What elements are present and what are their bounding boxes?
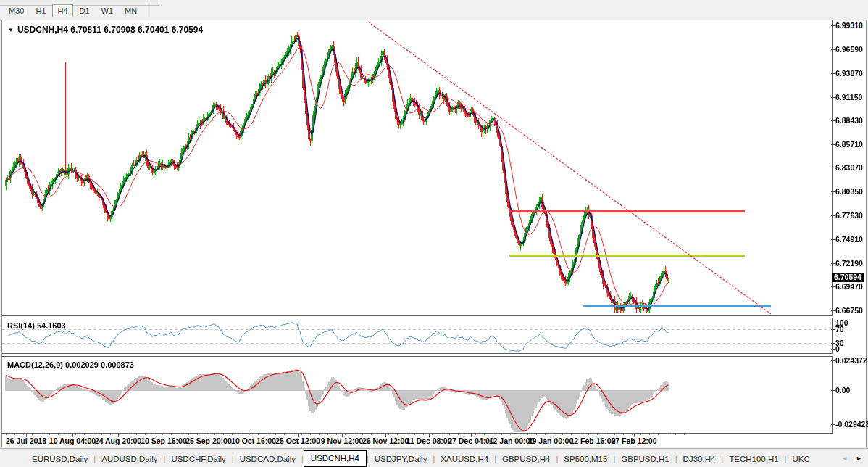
time-minor-tick	[371, 434, 372, 435]
time-major-tick	[118, 434, 119, 437]
macd-label: MACD(12,26,9) 0.002029 0.000873	[7, 360, 134, 369]
time-minor-tick	[414, 434, 415, 435]
time-minor-tick	[475, 434, 476, 435]
time-minor-tick	[449, 434, 450, 435]
timeframe-button-mn[interactable]: MN	[120, 4, 142, 17]
time-minor-tick	[188, 434, 189, 435]
price-chart-panel[interactable]	[2, 20, 833, 316]
tab-audusd-daily[interactable]: AUDUSD,Daily	[96, 452, 163, 467]
time-minor-tick	[319, 434, 320, 435]
time-minor-tick	[640, 434, 641, 435]
timeframe-button-w1[interactable]: W1	[96, 4, 119, 17]
time-minor-tick	[597, 434, 598, 435]
toolbar-separator	[149, 4, 149, 18]
price-axis-label: 6.99310	[835, 21, 868, 30]
tab-eurusd-daily[interactable]: EURUSD,Daily	[26, 452, 93, 467]
chart-ohlc-title: ▼ USDCNH,H4 6.70811 6.70908 6.70401 6.70…	[8, 25, 203, 35]
tab-tech100-h1[interactable]: TECH100,H1	[723, 452, 784, 467]
time-major-tick	[385, 434, 386, 437]
time-minor-tick	[345, 434, 346, 435]
time-minor-tick	[588, 434, 589, 435]
axis-tick	[831, 144, 835, 145]
tab-gbpusd-h4[interactable]: GBPUSD,H4	[496, 452, 556, 467]
tab-scroll-arrows: ◄ ►	[834, 449, 868, 467]
tab-ukc[interactable]: UKC	[786, 452, 815, 467]
time-minor-tick	[101, 434, 102, 435]
price-chart-canvas[interactable]	[2, 20, 832, 315]
time-major-tick	[551, 434, 551, 437]
time-minor-tick	[484, 434, 485, 435]
axis-tick	[831, 390, 835, 391]
tab-usdcnh-h4[interactable]: USDCNH,H4	[304, 450, 367, 467]
time-minor-tick	[501, 434, 502, 435]
chart-tab-bar: EURUSD,Daily|AUDUSD,Daily|USDCHF,Daily|U…	[0, 448, 868, 467]
time-major-tick	[512, 434, 512, 437]
time-minor-tick	[145, 434, 146, 435]
tab-usdcad-daily[interactable]: USDCAD,Daily	[234, 452, 301, 467]
time-minor-tick	[519, 434, 519, 435]
time-minor-tick	[632, 434, 633, 435]
tab-usdjpy-daily[interactable]: USDJPY,Daily	[369, 452, 433, 467]
time-minor-tick	[154, 434, 154, 435]
tab-usdchf-daily[interactable]: USDCHF,Daily	[165, 452, 231, 467]
price-axis-label: 6.77630	[835, 211, 868, 220]
time-minor-tick	[110, 434, 111, 435]
axis-tick	[831, 168, 835, 168]
toolbar-divider	[159, 0, 159, 5]
timeframe-button-h4[interactable]: H4	[52, 4, 72, 17]
price-axis-label: 6.93870	[835, 69, 868, 78]
time-minor-tick	[423, 434, 424, 435]
trading-terminal: M30H1H4D1W1MN ▼ USDCNH,H4 6.70811 6.7090…	[0, 0, 868, 467]
time-minor-tick	[180, 434, 180, 435]
macd-axis-label: 0.00	[835, 386, 868, 394]
time-minor-tick	[223, 434, 224, 435]
tab-xauusd-h4[interactable]: XAUUSD,H4	[435, 452, 494, 467]
time-minor-tick	[649, 434, 650, 435]
time-minor-tick	[380, 434, 380, 435]
time-minor-tick	[32, 434, 33, 435]
timeframe-button-h1[interactable]: H1	[30, 4, 51, 17]
time-minor-tick	[354, 434, 354, 435]
time-minor-tick	[397, 434, 398, 435]
time-major-tick	[209, 434, 209, 437]
tab-dj30-h4[interactable]: DJ30,H4	[677, 452, 722, 467]
time-minor-tick	[293, 434, 293, 435]
price-axis-label: 6.72190	[835, 259, 868, 268]
time-minor-tick	[667, 434, 667, 435]
time-minor-tick	[67, 434, 67, 435]
time-minor-tick	[249, 434, 250, 435]
tab-scroll-right-icon[interactable]: ►	[856, 455, 862, 462]
time-minor-tick	[241, 434, 241, 435]
time-minor-tick	[684, 434, 685, 435]
rsi-canvas[interactable]	[2, 318, 832, 353]
time-minor-tick	[310, 434, 311, 435]
price-axis-label: 6.88430	[835, 116, 868, 125]
time-minor-tick	[84, 434, 85, 435]
price-axis-label: 6.85710	[835, 140, 868, 149]
price-axis-label: 6.96590	[835, 45, 868, 54]
time-minor-tick	[275, 434, 276, 435]
rsi-indicator-panel[interactable]	[2, 318, 833, 354]
time-minor-tick	[458, 434, 459, 435]
axis-tick	[831, 360, 835, 361]
time-minor-tick	[128, 434, 128, 435]
axis-tick	[831, 25, 835, 26]
time-minor-tick	[536, 434, 537, 435]
tab-gbpusd-h1[interactable]: GBPUSD,H1	[615, 452, 675, 467]
current-price-tag: 6.70594	[832, 273, 864, 282]
rsi-axis-label: 70	[835, 325, 868, 334]
axis-tick	[831, 286, 835, 287]
tab-sp500-m15[interactable]: SP500,M15	[558, 452, 613, 467]
time-minor-tick	[580, 434, 580, 435]
symbol-dropdown-icon[interactable]: ▼	[8, 27, 14, 33]
time-axis-label: 27 Feb 12:00	[601, 437, 667, 445]
timeframe-button-m30[interactable]: M30	[4, 4, 29, 17]
time-minor-tick	[545, 434, 546, 435]
time-minor-tick	[432, 434, 433, 435]
time-minor-tick	[675, 434, 676, 435]
time-minor-tick	[197, 434, 198, 435]
time-minor-tick	[571, 434, 572, 435]
timeframe-button-d1[interactable]: D1	[75, 4, 95, 17]
time-minor-tick	[267, 434, 267, 435]
tab-scroll-left-icon[interactable]: ◄	[841, 455, 848, 462]
